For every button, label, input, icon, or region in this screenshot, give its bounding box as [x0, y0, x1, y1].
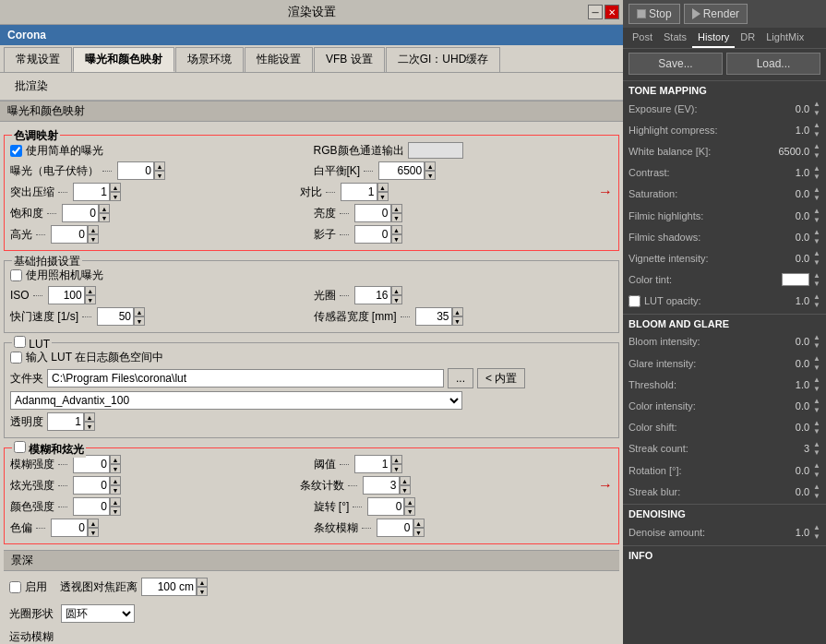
exposure-up[interactable]: ▲ — [154, 161, 165, 171]
sc-down[interactable]: ▼ — [400, 485, 411, 495]
subtab-batch[interactable]: 批渲染 — [7, 77, 55, 96]
sh-down[interactable]: ▼ — [134, 316, 145, 326]
sc-up[interactable]: ▲ — [400, 476, 411, 485]
rgb-color-box[interactable] — [408, 142, 463, 159]
sbr-down[interactable]: ▼ — [413, 528, 425, 537]
ap-up[interactable]: ▲ — [391, 286, 402, 295]
sensor-input[interactable] — [415, 307, 452, 326]
wb-up[interactable]: ▲ — [425, 161, 436, 171]
iso-up[interactable]: ▲ — [85, 286, 96, 295]
lut-file-select[interactable]: Adanmq_Advantix_100 — [10, 391, 462, 410]
right-tab-stats[interactable]: Stats — [658, 28, 692, 48]
highlight-input[interactable] — [51, 225, 88, 244]
th-up[interactable]: ▲ — [391, 455, 402, 464]
tab-scene[interactable]: 场景环境 — [175, 47, 244, 72]
csh-down[interactable]: ▼ — [88, 528, 99, 537]
prop-exposure-arrow[interactable]: ▲▼ — [813, 100, 820, 117]
wb-down[interactable]: ▼ — [425, 171, 436, 180]
bri-up[interactable]: ▲ — [391, 204, 402, 213]
bl-down[interactable]: ▼ — [110, 464, 121, 473]
rot-down[interactable]: ▼ — [404, 507, 415, 516]
lop-down[interactable]: ▼ — [84, 422, 95, 431]
th-down[interactable]: ▼ — [391, 464, 402, 473]
prop-lut-arrow[interactable]: ▲▼ — [813, 292, 820, 310]
prop-sc-arrow[interactable]: ▲▼ — [813, 440, 820, 458]
lut-log-checkbox[interactable] — [10, 352, 22, 364]
streak-input[interactable] — [363, 476, 400, 495]
tab-vfb[interactable]: VFB 设置 — [314, 47, 385, 72]
use-camera-checkbox[interactable] — [10, 269, 22, 281]
con-up[interactable]: ▲ — [377, 183, 389, 192]
tab-exposure[interactable]: 曝光和颜色映射 — [73, 47, 174, 72]
blur-input[interactable] — [73, 455, 110, 473]
prop-ct-arrow[interactable]: ▲▼ — [813, 271, 820, 289]
iso-input[interactable] — [48, 286, 85, 304]
hl-up[interactable]: ▲ — [88, 225, 99, 234]
prop-bi-arrow[interactable]: ▲▼ — [813, 333, 820, 351]
lop-up[interactable]: ▲ — [84, 412, 95, 422]
lut-internal-button[interactable]: < 内置 — [477, 368, 525, 388]
right-tab-history[interactable]: History — [692, 28, 735, 48]
sat-up[interactable]: ▲ — [99, 204, 110, 213]
prop-csh-arrow[interactable]: ▲▼ — [813, 419, 820, 436]
tab-gi[interactable]: 二次GI：UHD缓存 — [386, 47, 501, 72]
threshold-input[interactable] — [354, 455, 391, 473]
right-tab-dr[interactable]: DR — [735, 28, 760, 48]
bokeh-select[interactable]: 圆环 — [61, 604, 135, 623]
streakblur-input[interactable] — [377, 519, 413, 537]
prop-sb-arrow[interactable]: ▲▼ — [813, 483, 820, 500]
rotation-input[interactable] — [367, 497, 404, 516]
shd-up[interactable]: ▲ — [391, 225, 402, 234]
compression-input[interactable] — [73, 183, 110, 201]
prop-vignette-arrow[interactable]: ▲▼ — [813, 249, 820, 267]
depth-near-input[interactable] — [141, 578, 197, 596]
colorstr-input[interactable] — [73, 497, 110, 516]
save-button[interactable]: Save... — [628, 53, 723, 75]
con-down[interactable]: ▼ — [377, 192, 389, 201]
iso-down[interactable]: ▼ — [85, 295, 96, 304]
render-button[interactable]: Render — [684, 4, 748, 24]
hl-down[interactable]: ▼ — [88, 234, 99, 244]
shutter-input[interactable] — [97, 307, 134, 326]
lut-path-input[interactable] — [47, 369, 444, 388]
simple-exposure-checkbox[interactable] — [10, 145, 22, 157]
dn-down[interactable]: ▼ — [197, 587, 208, 596]
prop-saturation-arrow[interactable]: ▲▼ — [813, 185, 820, 203]
contrast-input[interactable] — [341, 183, 377, 201]
exposure-input[interactable] — [117, 161, 154, 180]
comp-up[interactable]: ▲ — [110, 183, 121, 192]
brightness-input[interactable] — [354, 204, 391, 222]
prop-wb-arrow[interactable]: ▲▼ — [813, 142, 820, 160]
lut-opacity-checkbox[interactable] — [628, 295, 640, 307]
cs-down[interactable]: ▼ — [110, 507, 121, 516]
bloom-checkbox[interactable] — [14, 441, 26, 453]
csh-up[interactable]: ▲ — [88, 519, 99, 528]
prop-filmic-hl-arrow[interactable]: ▲▼ — [813, 207, 820, 224]
ap-down[interactable]: ▼ — [391, 295, 402, 304]
sh-up[interactable]: ▲ — [134, 307, 145, 316]
whitebalance-input[interactable] — [378, 161, 425, 180]
lut-opacity-input[interactable] — [47, 412, 84, 431]
prop-highlight-arrow[interactable]: ▲▼ — [813, 121, 820, 138]
tab-performance[interactable]: 性能设置 — [245, 47, 313, 72]
sw-down[interactable]: ▼ — [452, 316, 463, 326]
gl-down[interactable]: ▼ — [110, 485, 121, 495]
sbr-up[interactable]: ▲ — [413, 519, 425, 528]
lut-browse-button[interactable]: ... — [448, 368, 473, 388]
shadow-input[interactable] — [354, 225, 391, 244]
prop-filmic-sh-arrow[interactable]: ▲▼ — [813, 228, 820, 245]
minimize-button[interactable]: ─ — [588, 5, 603, 19]
saturation-input[interactable] — [62, 204, 99, 222]
sw-up[interactable]: ▲ — [452, 307, 463, 316]
aperture-input[interactable] — [354, 286, 391, 304]
prop-contrast-arrow[interactable]: ▲▼ — [813, 164, 820, 182]
prop-rot-arrow[interactable]: ▲▼ — [813, 461, 820, 479]
load-button[interactable]: Load... — [726, 53, 820, 75]
exposure-down[interactable]: ▼ — [154, 171, 165, 180]
prop-dn-arrow[interactable]: ▲▼ — [813, 523, 820, 541]
prop-thr-arrow[interactable]: ▲▼ — [813, 376, 820, 393]
glare-input[interactable] — [73, 476, 110, 495]
right-tab-post[interactable]: Post — [627, 28, 658, 48]
prop-gi-arrow[interactable]: ▲▼ — [813, 354, 820, 372]
prop-ci-arrow[interactable]: ▲▼ — [813, 397, 820, 414]
